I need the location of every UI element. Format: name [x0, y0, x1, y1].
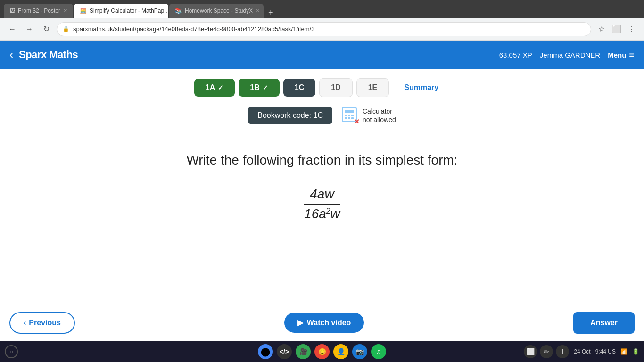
- user-name: Jemma GARDNER: [540, 51, 600, 59]
- taskbar-center: ⬤ </> 🎥 😊 👤 📷 ♫: [258, 344, 386, 359]
- bookwork-label: Bookwork code: 1C: [257, 111, 323, 119]
- tab-1c-label: 1C: [295, 83, 304, 92]
- calc-key: [351, 115, 354, 116]
- bottom-bar: ‹ Previous ▶ Watch video Answer: [0, 304, 644, 341]
- tab-1b-label: 1B: [250, 83, 259, 92]
- tab-1e[interactable]: 1E: [356, 78, 389, 97]
- calc-key: [348, 117, 350, 119]
- taskbar-camera-icon[interactable]: 📷: [352, 344, 367, 359]
- tab-1c[interactable]: 1C: [283, 79, 315, 97]
- taskbar-chrome-icon[interactable]: ⬤: [258, 344, 273, 359]
- reload-button[interactable]: ↻: [40, 23, 53, 36]
- tab-calculator[interactable]: 🧮 Simplify Calculator - MathPap… ✕: [74, 4, 168, 18]
- lock-icon: 🔒: [63, 26, 69, 32]
- calc-key: [345, 115, 347, 116]
- tab-summary-label: Summary: [404, 83, 438, 92]
- info-row: Bookwork code: 1C: [248, 107, 396, 124]
- star-button[interactable]: ☆: [595, 23, 608, 36]
- taskbar-emoji-icon[interactable]: 😊: [314, 344, 330, 359]
- calc-screen: [345, 110, 354, 113]
- taskbar-contacts-icon[interactable]: 👤: [333, 344, 348, 359]
- taskbar-spotify-icon[interactable]: ♫: [371, 344, 386, 359]
- taskbar-meet-icon[interactable]: 🎥: [296, 344, 311, 359]
- meet-icon: 🎥: [299, 348, 307, 355]
- video-icon: ▶: [297, 318, 303, 327]
- calculator-x-icon: ✕: [354, 118, 360, 125]
- calc-key: [345, 117, 347, 119]
- denominator-sup: 2: [326, 207, 330, 215]
- tab-calculator-label: Simplify Calculator - MathPap…: [90, 8, 168, 14]
- app-logo: Sparx Maths: [19, 49, 78, 61]
- contacts-icon: 👤: [337, 348, 345, 355]
- previous-button[interactable]: ‹ Previous: [9, 312, 75, 334]
- watch-video-button[interactable]: ▶ Watch video: [284, 313, 364, 333]
- new-tab-button[interactable]: +: [264, 8, 277, 18]
- calculator-line1: Calculator: [363, 107, 396, 115]
- fraction-display: 4aw 16a2w: [304, 187, 340, 222]
- calc-row-1: [345, 115, 354, 116]
- calculator-line2: not allowed: [363, 115, 396, 124]
- browser-tab-bar: 🖼 From $2 - Poster ✕ 🧮 Simplify Calculat…: [0, 0, 644, 18]
- calc-key: [351, 117, 354, 119]
- screenshot-icon[interactable]: ⬜: [524, 345, 537, 358]
- calculator-info: ✕ Calculator not allowed: [342, 107, 396, 124]
- menu-label: Menu: [608, 51, 626, 59]
- address-bar[interactable]: 🔒 sparxmaths.uk/student/package/14e08eda…: [57, 22, 591, 36]
- app-header-right: 63,057 XP Jemma GARDNER Menu ≡: [499, 49, 635, 60]
- taskbar-launcher-icon[interactable]: ○: [5, 345, 18, 358]
- tab-1a-label: 1A: [206, 83, 215, 92]
- tab-1d-label: 1D: [331, 83, 340, 92]
- battery-icon: 🔋: [632, 348, 639, 355]
- denominator-base: 16a: [304, 206, 326, 221]
- prev-chevron-icon: ‹: [24, 319, 26, 327]
- forward-nav-button[interactable]: →: [23, 23, 36, 36]
- taskbar-right: ⬜ ✏ i 24 Oct 9:44 US 📶 🔋: [524, 345, 639, 358]
- tab-homework[interactable]: 📚 Homework Space - StudyX ✕: [169, 4, 264, 18]
- watch-video-label: Watch video: [307, 319, 351, 327]
- spotify-icon: ♫: [376, 348, 381, 355]
- denominator-suffix: w: [330, 206, 340, 221]
- extensions-button[interactable]: ⬜: [610, 23, 623, 36]
- tab-poster[interactable]: 🖼 From $2 - Poster ✕: [4, 4, 73, 18]
- pen-icon[interactable]: ✏: [540, 345, 553, 358]
- hamburger-icon: ≡: [629, 49, 635, 60]
- question-area: Write the following fraction in its simp…: [167, 143, 476, 304]
- answer-button[interactable]: Answer: [573, 312, 635, 334]
- taskbar-left: ○: [5, 345, 18, 358]
- fraction-denominator: 16a2w: [304, 205, 340, 222]
- menu-button[interactable]: Menu ≡: [608, 49, 635, 60]
- camera-icon: 📷: [356, 348, 364, 355]
- tab-1d[interactable]: 1D: [319, 78, 352, 97]
- chrome-menu-button[interactable]: ⋮: [625, 23, 638, 36]
- app-back-button[interactable]: ‹: [9, 48, 13, 61]
- tab-1a-check-icon: ✓: [218, 84, 223, 91]
- tab-summary[interactable]: Summary: [393, 79, 450, 97]
- tab-calculator-favicon: 🧮: [80, 8, 87, 14]
- wifi-icon: 📶: [620, 348, 627, 355]
- fraction-numerator: 4aw: [310, 187, 334, 204]
- bookwork-badge: Bookwork code: 1C: [248, 107, 332, 124]
- taskbar-codepen-icon[interactable]: </>: [277, 344, 292, 359]
- tab-homework-close[interactable]: ✕: [256, 8, 260, 14]
- tab-1b[interactable]: 1B ✓: [239, 79, 279, 97]
- address-text: sparxmaths.uk/student/package/14e08eda-d…: [73, 25, 314, 33]
- system-taskbar: ○ ⬤ </> 🎥 😊 👤 📷 ♫: [0, 341, 644, 362]
- tab-homework-label: Homework Space - StudyX: [185, 8, 253, 14]
- answer-label: Answer: [590, 319, 618, 327]
- info-icon[interactable]: i: [556, 345, 569, 358]
- back-nav-button[interactable]: ←: [6, 23, 19, 36]
- tab-1e-label: 1E: [368, 83, 378, 92]
- calculator-icon-wrap: ✕: [342, 107, 359, 124]
- tab-1b-check-icon: ✓: [263, 84, 268, 91]
- previous-label: Previous: [29, 319, 61, 327]
- main-content: 1A ✓ 1B ✓ 1C 1D 1E Summary: [0, 69, 644, 304]
- tab-1a[interactable]: 1A ✓: [194, 79, 235, 97]
- calc-row-2: [345, 117, 354, 119]
- tab-poster-label: From $2 - Poster: [18, 8, 60, 14]
- taskbar-status-icons: ⬜ ✏ i: [524, 345, 569, 358]
- app-header: ‹ Sparx Maths 63,057 XP Jemma GARDNER Me…: [0, 41, 644, 69]
- task-tabs-row: 1A ✓ 1B ✓ 1C 1D 1E Summary: [194, 78, 450, 97]
- tab-poster-close[interactable]: ✕: [63, 8, 67, 14]
- tab-homework-favicon: 📚: [175, 8, 182, 14]
- calculator-label: Calculator not allowed: [363, 107, 396, 124]
